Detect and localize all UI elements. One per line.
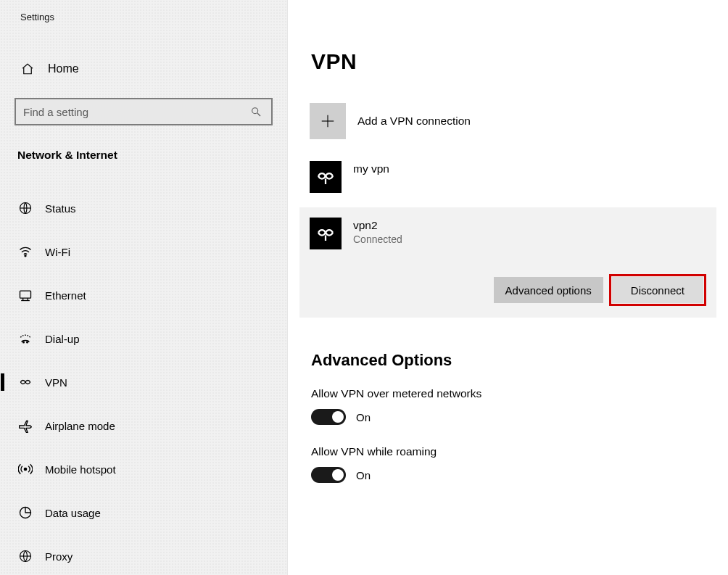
sidebar-item-label: Data usage (45, 507, 101, 519)
vpn-tile-icon (310, 161, 342, 193)
disconnect-button[interactable]: Disconnect (612, 277, 703, 303)
vpn-connection-item[interactable]: vpn2 Connected (310, 218, 706, 257)
sidebar-nav: Status Wi-Fi Ethernet (0, 186, 287, 575)
vpn-connection-item[interactable]: my vpn (310, 154, 728, 200)
globe-icon (17, 200, 33, 216)
sidebar-item-label: Proxy (45, 550, 73, 563)
ethernet-icon (17, 287, 33, 303)
sidebar-item-label: Ethernet (45, 289, 86, 302)
sidebar-home[interactable]: Home (0, 54, 287, 83)
sidebar-item-vpn[interactable]: VPN (0, 360, 287, 404)
plus-icon (310, 103, 346, 139)
vpn-connection-card-selected: vpn2 Connected Advanced options Disconne… (299, 207, 716, 318)
hotspot-icon (17, 461, 33, 477)
sidebar-home-label: Home (48, 62, 79, 75)
sidebar-item-status[interactable]: Status (0, 186, 287, 230)
toggle-state-label: On (356, 469, 371, 481)
wifi-icon (17, 244, 33, 260)
app-title: Settings (0, 7, 287, 22)
search-box[interactable] (15, 98, 273, 125)
svg-rect-4 (20, 291, 31, 298)
option-metered: Allow VPN over metered networks On (311, 387, 728, 425)
settings-sidebar: Settings Home Network & Internet (0, 0, 288, 575)
vpn-icon (17, 374, 33, 390)
sidebar-item-label: Status (45, 202, 76, 215)
sidebar-item-datausage[interactable]: Data usage (0, 491, 287, 534)
option-roaming: Allow VPN while roaming On (311, 445, 728, 483)
vpn-connection-name: my vpn (353, 162, 389, 175)
toggle-roaming[interactable] (311, 467, 346, 483)
sidebar-item-label: Mobile hotspot (45, 463, 116, 476)
svg-point-9 (27, 342, 28, 343)
toggle-state-label: On (356, 411, 371, 423)
vpn-connection-name: vpn2 (353, 219, 402, 232)
toggle-metered[interactable] (311, 409, 346, 425)
option-label: Allow VPN while roaming (311, 445, 728, 458)
airplane-icon (17, 418, 33, 434)
dialup-icon (17, 331, 33, 347)
option-label: Allow VPN over metered networks (311, 387, 728, 400)
sidebar-category: Network & Internet (0, 125, 287, 166)
vpn-list: Add a VPN connection my vpn vpn2 (310, 99, 728, 318)
proxy-icon (17, 548, 33, 564)
sidebar-item-proxy[interactable]: Proxy (0, 534, 287, 575)
vpn-connection-status: Connected (353, 233, 402, 245)
add-vpn-connection[interactable]: Add a VPN connection (310, 99, 728, 149)
main-content: VPN Add a VPN connection my vpn (288, 0, 728, 575)
home-icon (20, 62, 35, 76)
vpn-card-actions: Advanced options Disconnect (310, 277, 706, 303)
page-title: VPN (311, 49, 728, 74)
svg-point-3 (25, 255, 26, 257)
search-container (15, 98, 273, 125)
sidebar-item-label: Airplane mode (45, 420, 115, 432)
add-vpn-label: Add a VPN connection (357, 115, 471, 128)
svg-line-1 (257, 113, 260, 116)
svg-point-8 (23, 342, 25, 343)
sidebar-item-ethernet[interactable]: Ethernet (0, 273, 287, 317)
vpn-tile-icon (310, 218, 342, 249)
sidebar-item-hotspot[interactable]: Mobile hotspot (0, 447, 287, 491)
search-icon (249, 105, 262, 118)
sidebar-item-label: Wi-Fi (45, 246, 70, 258)
advanced-options-heading: Advanced Options (311, 351, 728, 370)
sidebar-item-dialup[interactable]: Dial-up (0, 317, 287, 360)
sidebar-item-airplane[interactable]: Airplane mode (0, 404, 287, 447)
data-usage-icon (17, 505, 33, 521)
sidebar-item-label: VPN (45, 376, 67, 389)
sidebar-item-wifi[interactable]: Wi-Fi (0, 230, 287, 273)
svg-point-0 (252, 108, 258, 114)
advanced-options-button[interactable]: Advanced options (494, 277, 603, 303)
search-input[interactable] (16, 106, 249, 118)
svg-point-10 (24, 468, 26, 470)
sidebar-item-label: Dial-up (45, 333, 80, 345)
